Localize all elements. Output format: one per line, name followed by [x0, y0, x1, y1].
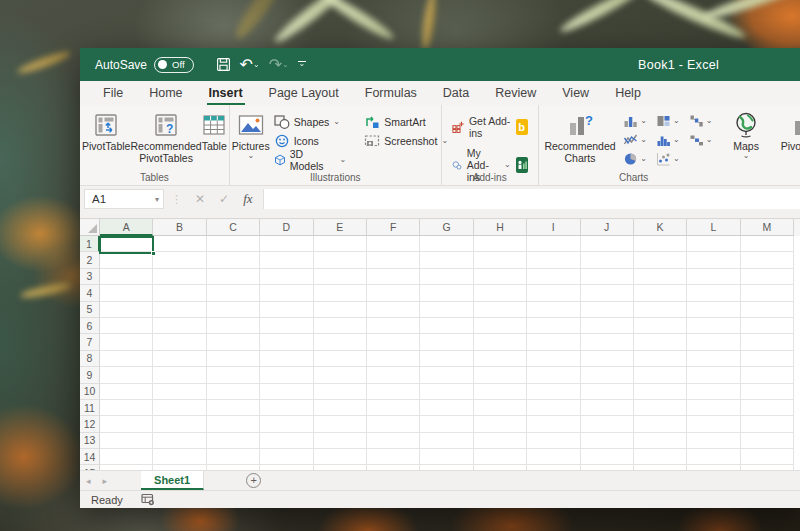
grid-cell-H1[interactable]: [474, 236, 527, 252]
grid-cell-L11[interactable]: [687, 400, 740, 416]
bing-maps-addin-icon[interactable]: b: [516, 119, 528, 135]
grid-cell-I9[interactable]: [527, 367, 580, 383]
grid-cell-E4[interactable]: [314, 285, 367, 301]
grid-cell-D9[interactable]: [260, 367, 313, 383]
grid-cell-J6[interactable]: [581, 318, 634, 334]
grid-cell-B9[interactable]: [153, 367, 206, 383]
recommended-charts-button[interactable]: ? Recommended Charts: [543, 109, 618, 171]
grid-cell-K14[interactable]: [634, 449, 687, 465]
column-header-H[interactable]: H: [474, 219, 527, 236]
grid-cell-B14[interactable]: [153, 449, 206, 465]
grid-cell-B6[interactable]: [153, 318, 206, 334]
grid-cell-C2[interactable]: [207, 252, 260, 268]
grid-cell-G13[interactable]: [420, 433, 473, 449]
grid-cell-D1[interactable]: [260, 236, 313, 252]
grid-cell-A12[interactable]: [100, 416, 153, 432]
ribbon-tab-help[interactable]: Help: [602, 82, 654, 105]
grid-cell-I10[interactable]: [527, 384, 580, 400]
grid-cell-C6[interactable]: [207, 318, 260, 334]
grid-cell-F6[interactable]: [367, 318, 420, 334]
grid-cell-I2[interactable]: [527, 252, 580, 268]
grid-cell-F13[interactable]: [367, 433, 420, 449]
grid-cell-K1[interactable]: [634, 236, 687, 252]
row-header-11[interactable]: 11: [80, 400, 100, 416]
grid-cell-C11[interactable]: [207, 400, 260, 416]
grid-cell-F9[interactable]: [367, 367, 420, 383]
grid-cell-M7[interactable]: [741, 334, 794, 350]
grid-cell-A14[interactable]: [100, 449, 153, 465]
grid-cell-F14[interactable]: [367, 449, 420, 465]
grid-cell-B10[interactable]: [153, 384, 206, 400]
get-addins-button[interactable]: Get Add-ins b: [452, 115, 528, 139]
grid-cell-M4[interactable]: [741, 285, 794, 301]
row-header-7[interactable]: 7: [80, 334, 100, 350]
grid-cell-M14[interactable]: [741, 449, 794, 465]
grid-cell-F3[interactable]: [367, 269, 420, 285]
grid-cell-B13[interactable]: [153, 433, 206, 449]
grid-cell-L6[interactable]: [687, 318, 740, 334]
grid-cell-E10[interactable]: [314, 384, 367, 400]
row-header-9[interactable]: 9: [80, 367, 100, 383]
grid-cell-L3[interactable]: [687, 269, 740, 285]
grid-cell-H12[interactable]: [474, 416, 527, 432]
customize-toolbar-button[interactable]: ⌄: [298, 61, 306, 69]
pivottable-button[interactable]: PivotTable: [82, 109, 130, 171]
grid-cell-K4[interactable]: [634, 285, 687, 301]
redo-button[interactable]: ↷ ⌄: [269, 58, 289, 72]
grid-cell-B1[interactable]: [153, 236, 206, 252]
grid-cell-G14[interactable]: [420, 449, 473, 465]
grid-cell-I15[interactable]: [527, 465, 580, 470]
grid-cell-F12[interactable]: [367, 416, 420, 432]
grid-cell-C3[interactable]: [207, 269, 260, 285]
grid-cell-A4[interactable]: [100, 285, 153, 301]
grid-cell-I3[interactable]: [527, 269, 580, 285]
grid-cell-H6[interactable]: [474, 318, 527, 334]
autosave-control[interactable]: AutoSave Off: [95, 57, 194, 73]
grid-cell-D13[interactable]: [260, 433, 313, 449]
grid-cell-B12[interactable]: [153, 416, 206, 432]
grid-cell-J1[interactable]: [581, 236, 634, 252]
formula-input[interactable]: [263, 189, 800, 209]
grid-cell-H15[interactable]: [474, 465, 527, 470]
column-header-M[interactable]: M: [741, 219, 794, 236]
maps-button[interactable]: Maps ⌄: [724, 109, 767, 171]
column-header-B[interactable]: B: [153, 219, 206, 236]
grid-cell-J14[interactable]: [581, 449, 634, 465]
grid-cell-D3[interactable]: [260, 269, 313, 285]
grid-cell-C4[interactable]: [207, 285, 260, 301]
grid-cell-K2[interactable]: [634, 252, 687, 268]
column-chart-button[interactable]: ⌄: [623, 114, 647, 128]
ribbon-tab-home[interactable]: Home: [136, 82, 195, 105]
grid-cell-K5[interactable]: [634, 302, 687, 318]
grid-cell-G6[interactable]: [420, 318, 473, 334]
grid-cell-F1[interactable]: [367, 236, 420, 252]
grid-cell-D5[interactable]: [260, 302, 313, 318]
ribbon-tab-insert[interactable]: Insert: [196, 82, 256, 105]
sheet-tab-sheet1[interactable]: Sheet1: [141, 471, 204, 490]
grid-cell-G4[interactable]: [420, 285, 473, 301]
shapes-button[interactable]: Shapes ⌄: [274, 112, 347, 131]
grid-cell-H4[interactable]: [474, 285, 527, 301]
grid-cell-D8[interactable]: [260, 351, 313, 367]
grid-cell-D14[interactable]: [260, 449, 313, 465]
grid-cell-C15[interactable]: [207, 465, 260, 470]
grid-cell-A15[interactable]: [100, 465, 153, 470]
grid-cell-E2[interactable]: [314, 252, 367, 268]
column-header-E[interactable]: E: [314, 219, 367, 236]
grid-cell-K8[interactable]: [634, 351, 687, 367]
grid-cell-K3[interactable]: [634, 269, 687, 285]
grid-cell-B8[interactable]: [153, 351, 206, 367]
ribbon-tab-view[interactable]: View: [549, 82, 602, 105]
grid-cell-C5[interactable]: [207, 302, 260, 318]
grid-cell-B4[interactable]: [153, 285, 206, 301]
scatter-chart-button[interactable]: ⌄: [656, 152, 680, 166]
grid-cell-F10[interactable]: [367, 384, 420, 400]
save-button[interactable]: [216, 57, 231, 72]
grid-cell-H10[interactable]: [474, 384, 527, 400]
waterfall-chart-button[interactable]: ⌄: [689, 114, 713, 128]
grid-cell-E8[interactable]: [314, 351, 367, 367]
grid-cell-I11[interactable]: [527, 400, 580, 416]
grid-cell-D11[interactable]: [260, 400, 313, 416]
grid-cell-M10[interactable]: [741, 384, 794, 400]
grid-cell-J5[interactable]: [581, 302, 634, 318]
